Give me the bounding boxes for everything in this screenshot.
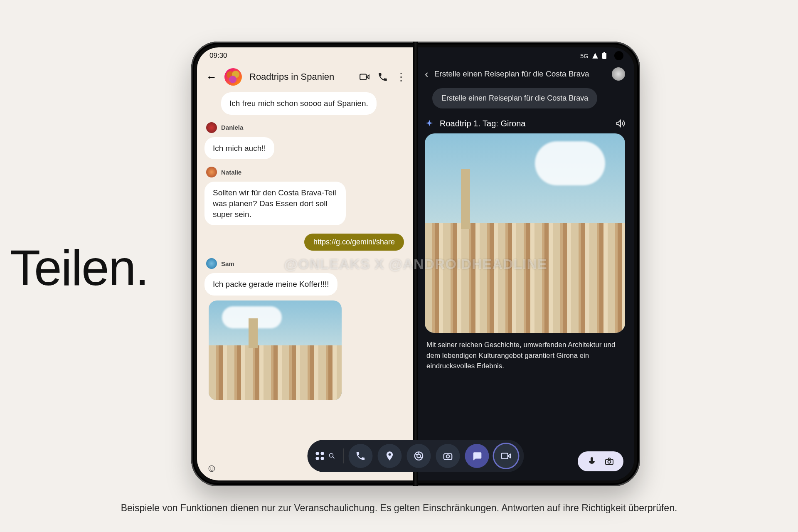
dock-separator (343, 448, 344, 463)
taskbar-dock (308, 440, 524, 472)
sender-name: Daniela (221, 124, 243, 131)
assistant-header-title: Erstelle einen Reiseplan für die Costa B… (434, 69, 606, 79)
disclaimer-text: Beispiele von Funktionen dienen nur zur … (0, 502, 798, 514)
chat-title[interactable]: Roadtrips in Spanien (249, 71, 334, 82)
user-prompt-chip: Erstelle einen Reiseplan für die Costa B… (432, 88, 597, 108)
assistant-header: ‹ Erstelle einen Reiseplan für die Costa… (416, 64, 634, 84)
hero-headline: Teilen. (10, 239, 148, 296)
back-icon[interactable]: ‹ (425, 68, 429, 81)
status-bar-left: 09:30 (197, 47, 416, 64)
dock-chrome-button[interactable] (407, 444, 431, 468)
group-avatar[interactable] (224, 68, 242, 86)
message-image[interactable] (209, 300, 342, 400)
user-avatar[interactable] (612, 67, 625, 81)
status-time: 09:30 (209, 52, 227, 60)
response-header: Roadtrip 1. Tag: Girona (416, 108, 634, 133)
message-bubble: Ich mich auch!! (204, 137, 274, 160)
overflow-menu-icon[interactable]: ⋮ (396, 71, 406, 84)
sparkle-icon (425, 119, 434, 128)
svg-point-7 (608, 461, 611, 463)
signal-icon (592, 52, 598, 59)
assistant-input-pill[interactable] (578, 451, 623, 471)
message-bubble: Ich packe gerade meine Koffer!!!! (204, 273, 337, 296)
emoji-icon[interactable]: ☺ (206, 462, 217, 475)
message-bubble: Sollten wir für den Costa Brava-Teil was… (204, 182, 346, 225)
sender-name: Natalie (221, 169, 241, 176)
message-bubble: Ich freu mich schon soooo auf Spanien. (221, 92, 377, 115)
sender-row: Natalie (206, 167, 408, 177)
app-drawer-button[interactable] (313, 452, 338, 460)
camera-icon[interactable] (604, 456, 614, 466)
dock-messages-button[interactable] (465, 444, 489, 468)
status-bar-right: 5G (416, 47, 634, 64)
back-icon[interactable]: ← (206, 71, 217, 84)
message-list: Ich freu mich schon soooo auf Spanien. D… (197, 90, 416, 456)
svg-rect-5 (603, 52, 605, 53)
svg-point-12 (446, 455, 450, 458)
avatar (206, 167, 217, 177)
svg-rect-4 (602, 53, 606, 59)
response-image[interactable] (425, 133, 625, 333)
svg-point-8 (330, 453, 333, 457)
network-indicator: 5G (580, 52, 589, 59)
speaker-icon[interactable] (615, 118, 625, 128)
svg-rect-3 (360, 74, 366, 80)
leak-watermark: @ONLEAKS X @ANDROIDHEADLINE (284, 256, 547, 272)
dock-phone-button[interactable] (349, 444, 373, 468)
search-icon (328, 452, 336, 460)
video-call-icon[interactable] (359, 71, 370, 82)
sender-row: Daniela (206, 122, 408, 133)
chat-header: ← Roadtrips in Spanien ⋮ (197, 64, 416, 90)
microphone-icon[interactable] (587, 456, 597, 466)
voice-call-icon[interactable] (377, 71, 388, 82)
response-text: Mit seiner reichen Geschichte, umwerfend… (416, 333, 634, 378)
dock-meet-button[interactable] (494, 444, 518, 468)
avatar (206, 122, 217, 133)
avatar (206, 258, 217, 269)
dock-maps-button[interactable] (378, 444, 402, 468)
sender-name: Sam (221, 260, 234, 267)
camera-hole (614, 51, 623, 60)
response-title: Roadtrip 1. Tag: Girona (440, 119, 609, 128)
foldable-device-frame: 09:30 ← Roadtrips in Spanien ⋮ Ich freu … (191, 42, 640, 486)
dock-camera-button[interactable] (436, 444, 460, 468)
battery-icon (602, 52, 607, 59)
svg-rect-13 (502, 453, 508, 459)
marketing-stage: Teilen. 09:30 ← Roadtrips in Spanien ⋮ (0, 0, 798, 532)
shared-link-bubble[interactable]: https://g.co/gemini/share (304, 234, 404, 251)
svg-point-2 (229, 76, 236, 83)
